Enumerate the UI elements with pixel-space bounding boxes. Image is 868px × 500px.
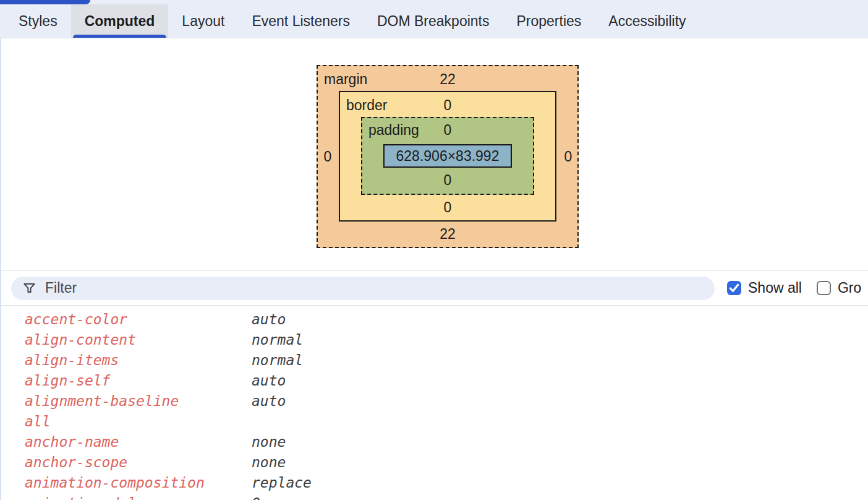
property-name[interactable]: align-self bbox=[25, 373, 252, 389]
property-value: normal bbox=[252, 352, 303, 368]
property-row[interactable]: accent-colorauto bbox=[1, 309, 868, 329]
property-value: normal bbox=[252, 332, 303, 348]
property-value: replace bbox=[252, 475, 312, 491]
check-icon bbox=[727, 281, 741, 295]
show-all-control[interactable]: Show all bbox=[727, 280, 802, 296]
property-value: none bbox=[252, 454, 286, 470]
show-all-checkbox[interactable] bbox=[727, 281, 741, 295]
sidebar-tabs: StylesComputedLayoutEvent ListenersDOM B… bbox=[5, 4, 700, 38]
margin-top-value[interactable]: 22 bbox=[318, 71, 577, 88]
property-name[interactable]: align-items bbox=[25, 352, 252, 368]
tab-dom-breakpoints[interactable]: DOM Breakpoints bbox=[364, 4, 503, 38]
property-row[interactable]: align-contentnormal bbox=[1, 329, 868, 350]
property-row[interactable]: anchor-namenone bbox=[1, 431, 868, 452]
elements-tab-selection-indicator bbox=[0, 0, 90, 4]
computed-pane: margin 22 22 0 0 0 0 0 0 border 0 0 padd… bbox=[0, 38, 868, 500]
property-row[interactable]: anchor-scopenone bbox=[1, 452, 868, 472]
show-all-label: Show all bbox=[748, 280, 802, 296]
property-row[interactable]: align-selfauto bbox=[1, 370, 868, 390]
content-size-value: 628.906×83.992 bbox=[396, 148, 500, 165]
property-name[interactable]: anchor-name bbox=[25, 434, 252, 450]
group-label: Gro bbox=[838, 280, 861, 296]
property-name[interactable]: animation-delay bbox=[25, 495, 252, 500]
tab-properties[interactable]: Properties bbox=[503, 4, 595, 38]
tab-layout[interactable]: Layout bbox=[168, 4, 238, 38]
property-value: auto bbox=[252, 311, 286, 327]
box-model-border-box[interactable]: border 0 0 padding 0 0 628.906×83.992 bbox=[339, 91, 556, 222]
property-row[interactable]: align-itemsnormal bbox=[1, 350, 868, 370]
property-name[interactable]: all bbox=[25, 413, 252, 429]
tab-event-listeners[interactable]: Event Listeners bbox=[238, 4, 364, 38]
property-value: auto bbox=[252, 393, 286, 409]
box-model-margin-box[interactable]: margin 22 22 0 0 0 0 0 0 border 0 0 padd… bbox=[317, 65, 579, 248]
filter-icon bbox=[22, 281, 36, 295]
box-model-padding-box[interactable]: padding 0 0 628.906×83.992 bbox=[361, 117, 534, 195]
property-value: none bbox=[252, 434, 286, 450]
margin-bottom-value[interactable]: 22 bbox=[318, 226, 577, 243]
property-row[interactable]: animation-compositionreplace bbox=[1, 472, 868, 493]
property-name[interactable]: align-content bbox=[25, 332, 252, 348]
property-name[interactable]: alignment-baseline bbox=[25, 393, 252, 409]
tab-computed[interactable]: Computed bbox=[71, 4, 169, 38]
property-name[interactable]: anchor-scope bbox=[25, 454, 252, 470]
margin-right-value[interactable]: 0 bbox=[560, 149, 576, 165]
box-model-content-box[interactable]: 628.906×83.992 bbox=[383, 144, 512, 168]
border-bottom-value[interactable]: 0 bbox=[340, 199, 555, 216]
margin-left-value[interactable]: 0 bbox=[320, 149, 336, 165]
property-name[interactable]: accent-color bbox=[25, 311, 252, 327]
padding-bottom-value[interactable]: 0 bbox=[362, 172, 533, 189]
box-model-section: margin 22 22 0 0 0 0 0 0 border 0 0 padd… bbox=[1, 38, 868, 271]
property-row[interactable]: animation-delay0s bbox=[1, 493, 868, 500]
property-name[interactable]: animation-composition bbox=[25, 475, 252, 491]
property-value: auto bbox=[252, 373, 286, 389]
filter-toolbar: Show all Gro bbox=[1, 271, 868, 306]
padding-top-value[interactable]: 0 bbox=[362, 122, 533, 139]
tab-styles[interactable]: Styles bbox=[5, 4, 71, 38]
computed-properties-list: accent-colorautoalign-contentnormalalign… bbox=[1, 306, 868, 500]
group-checkbox[interactable] bbox=[817, 281, 831, 295]
property-row[interactable]: all bbox=[1, 411, 868, 431]
filter-input[interactable] bbox=[40, 280, 706, 296]
property-value: 0s bbox=[252, 495, 269, 500]
filter-field[interactable] bbox=[11, 277, 715, 300]
border-top-value[interactable]: 0 bbox=[340, 97, 555, 114]
tab-accessibility[interactable]: Accessibility bbox=[595, 4, 699, 38]
group-control[interactable]: Gro bbox=[817, 280, 861, 296]
property-row[interactable]: alignment-baselineauto bbox=[1, 390, 868, 411]
sidebar-tab-bar: StylesComputedLayoutEvent ListenersDOM B… bbox=[0, 0, 868, 38]
